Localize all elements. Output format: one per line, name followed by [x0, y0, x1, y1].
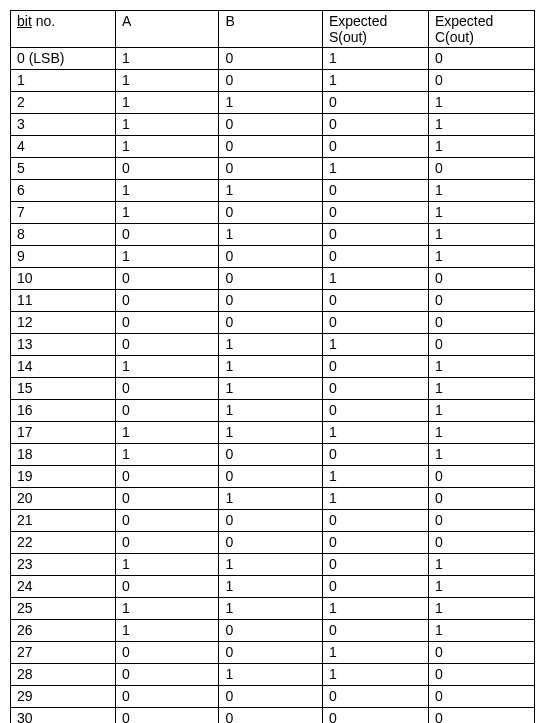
cell-b: 1 [219, 488, 322, 510]
cell-c: 0 [428, 334, 534, 356]
cell-s: 0 [322, 246, 428, 268]
cell-a: 1 [116, 356, 219, 378]
table-row: 50010 [11, 158, 535, 180]
cell-s: 0 [322, 136, 428, 158]
cell-s: 0 [322, 576, 428, 598]
cell-c: 0 [428, 642, 534, 664]
cell-s: 0 [322, 312, 428, 334]
cell-bit: 6 [11, 180, 116, 202]
cell-c: 0 [428, 510, 534, 532]
cell-b: 0 [219, 246, 322, 268]
cell-bit: 24 [11, 576, 116, 598]
cell-bit: 5 [11, 158, 116, 180]
table-row: 231101 [11, 554, 535, 576]
header-sout-l1: Expected [329, 13, 387, 29]
cell-a: 1 [116, 620, 219, 642]
header-cout-l1: Expected [435, 13, 493, 29]
cell-a: 1 [116, 70, 219, 92]
table-row: 71001 [11, 202, 535, 224]
cell-bit: 19 [11, 466, 116, 488]
cell-a: 0 [116, 268, 219, 290]
cell-a: 0 [116, 466, 219, 488]
cell-c: 1 [428, 378, 534, 400]
header-bit-no: bit no. [11, 11, 116, 48]
cell-a: 1 [116, 202, 219, 224]
cell-s: 1 [322, 642, 428, 664]
table-row: 270010 [11, 642, 535, 664]
cell-s: 1 [322, 334, 428, 356]
header-cout: ExpectedC(out) [428, 11, 534, 48]
table-row: 130110 [11, 334, 535, 356]
header-row: bit no. A B ExpectedS(out) ExpectedC(out… [11, 11, 535, 48]
table-row: 171111 [11, 422, 535, 444]
cell-bit: 26 [11, 620, 116, 642]
cell-a: 0 [116, 642, 219, 664]
cell-b: 1 [219, 334, 322, 356]
cell-a: 0 [116, 708, 219, 724]
cell-c: 0 [428, 488, 534, 510]
table-row: 11010 [11, 70, 535, 92]
cell-b: 0 [219, 510, 322, 532]
cell-s: 1 [322, 268, 428, 290]
cell-bit: 17 [11, 422, 116, 444]
header-sout-l2: S(out) [329, 29, 367, 45]
cell-bit: 20 [11, 488, 116, 510]
cell-a: 0 [116, 664, 219, 686]
cell-s: 1 [322, 466, 428, 488]
cell-bit: 16 [11, 400, 116, 422]
cell-a: 0 [116, 290, 219, 312]
cell-b: 0 [219, 290, 322, 312]
cell-s: 1 [322, 70, 428, 92]
cell-a: 1 [116, 598, 219, 620]
cell-s: 0 [322, 532, 428, 554]
cell-b: 1 [219, 378, 322, 400]
cell-bit: 0 (LSB) [11, 48, 116, 70]
cell-c: 0 [428, 532, 534, 554]
cell-c: 1 [428, 620, 534, 642]
table-row: 290000 [11, 686, 535, 708]
cell-s: 0 [322, 378, 428, 400]
cell-c: 0 [428, 268, 534, 290]
cell-c: 1 [428, 202, 534, 224]
table-row: 100010 [11, 268, 535, 290]
cell-bit: 9 [11, 246, 116, 268]
table-row: 280110 [11, 664, 535, 686]
header-sout: ExpectedS(out) [322, 11, 428, 48]
cell-c: 1 [428, 114, 534, 136]
header-bit-underline: bit [17, 13, 32, 29]
table-row: 110000 [11, 290, 535, 312]
cell-bit: 11 [11, 290, 116, 312]
cell-b: 0 [219, 48, 322, 70]
cell-b: 0 [219, 70, 322, 92]
cell-c: 0 [428, 290, 534, 312]
cell-s: 1 [322, 488, 428, 510]
cell-a: 1 [116, 444, 219, 466]
cell-s: 0 [322, 444, 428, 466]
cell-b: 0 [219, 620, 322, 642]
cell-s: 0 [322, 554, 428, 576]
cell-bit: 15 [11, 378, 116, 400]
header-cout-l2: C(out) [435, 29, 474, 45]
cell-s: 0 [322, 180, 428, 202]
table-row: 21101 [11, 92, 535, 114]
cell-bit: 22 [11, 532, 116, 554]
cell-c: 0 [428, 686, 534, 708]
cell-b: 1 [219, 400, 322, 422]
cell-bit: 4 [11, 136, 116, 158]
cell-c: 0 [428, 708, 534, 724]
cell-s: 0 [322, 114, 428, 136]
cell-bit: 23 [11, 554, 116, 576]
cell-bit: 28 [11, 664, 116, 686]
cell-c: 1 [428, 136, 534, 158]
cell-a: 1 [116, 48, 219, 70]
cell-c: 1 [428, 598, 534, 620]
cell-b: 1 [219, 422, 322, 444]
cell-c: 0 [428, 158, 534, 180]
table-row: 120000 [11, 312, 535, 334]
cell-bit: 2 [11, 92, 116, 114]
cell-s: 0 [322, 92, 428, 114]
cell-a: 1 [116, 136, 219, 158]
header-b: B [219, 11, 322, 48]
cell-b: 0 [219, 444, 322, 466]
cell-a: 1 [116, 180, 219, 202]
